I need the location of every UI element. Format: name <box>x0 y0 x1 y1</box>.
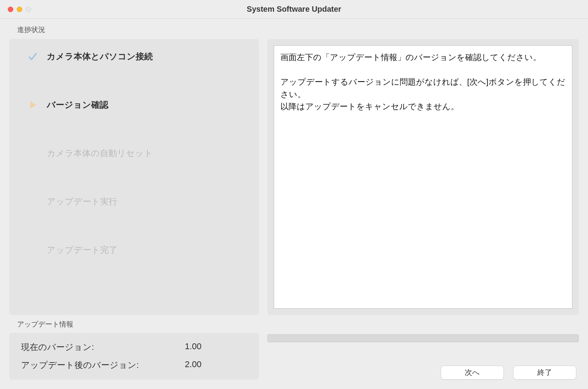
after-version-row: アップデート後のバージョン: 2.00 <box>21 359 247 371</box>
step-label: アップデート完了 <box>47 244 117 256</box>
info-line: 以降はアップデートをキャンセルできません。 <box>280 100 566 113</box>
after-version-value: 2.00 <box>185 359 202 371</box>
next-button[interactable]: 次へ <box>441 366 504 380</box>
content-area: 進捗状況 カメラ本体とパソコン接続 <box>0 19 588 389</box>
update-info-section-label: アップデート情報 <box>9 320 259 329</box>
step-connect: カメラ本体とパソコン接続 <box>16 51 252 62</box>
step-update-done: アップデート完了 <box>16 244 252 256</box>
step-label: カメラ本体とパソコン接続 <box>47 51 153 62</box>
step-label: カメラ本体の自動リセット <box>47 147 153 159</box>
progress-panel: カメラ本体とパソコン接続 バージョン確認 カメラ本体の自動リセット <box>9 39 259 315</box>
blank-line <box>280 64 566 76</box>
info-line: 画面左下の「アップデート情報」のバージョンを確認してください。 <box>280 51 566 64</box>
step-version-check: バージョン確認 <box>16 99 252 111</box>
info-panel-wrap: 画面左下の「アップデート情報」のバージョンを確認してください。 アップデートする… <box>267 39 579 315</box>
progress-bar <box>267 334 579 342</box>
close-icon[interactable] <box>8 7 13 12</box>
current-version-value: 1.00 <box>185 341 202 353</box>
minimize-icon[interactable] <box>17 7 22 12</box>
checkmark-icon <box>27 51 38 62</box>
step-label: アップデート実行 <box>47 196 117 208</box>
window-title: System Software Updater <box>0 5 588 14</box>
arrow-right-icon <box>27 99 38 110</box>
bottom-row: アップデート情報 現在のバージョン: 1.00 アップデート後のバージョン: 2… <box>9 320 579 380</box>
current-version-row: 現在のバージョン: 1.00 <box>21 341 247 353</box>
after-version-label: アップデート後のバージョン: <box>21 359 185 371</box>
update-info-column: アップデート情報 現在のバージョン: 1.00 アップデート後のバージョン: 2… <box>9 320 259 380</box>
info-panel[interactable]: 画面左下の「アップデート情報」のバージョンを確認してください。 アップデートする… <box>274 45 572 309</box>
step-update-run: アップデート実行 <box>16 196 252 208</box>
info-line: アップデートするバージョンに問題がなければ、[次へ]ボタンを押してください。 <box>280 76 566 100</box>
update-info-panel: 現在のバージョン: 1.00 アップデート後のバージョン: 2.00 <box>9 333 259 380</box>
top-row: カメラ本体とパソコン接続 バージョン確認 カメラ本体の自動リセット <box>9 39 579 315</box>
titlebar: System Software Updater <box>0 0 588 19</box>
app-window: System Software Updater 進捗状況 カメラ本体とパソコン接… <box>0 0 588 389</box>
buttons-row: 次へ 終了 <box>267 366 579 380</box>
progress-section-label: 進捗状況 <box>9 25 579 34</box>
current-version-label: 現在のバージョン: <box>21 341 185 353</box>
maximize-icon <box>26 7 31 12</box>
step-label: バージョン確認 <box>47 99 108 111</box>
exit-button[interactable]: 終了 <box>513 366 576 380</box>
window-controls <box>8 7 31 12</box>
step-auto-reset: カメラ本体の自動リセット <box>16 147 252 159</box>
right-column: 次へ 終了 <box>267 334 579 380</box>
